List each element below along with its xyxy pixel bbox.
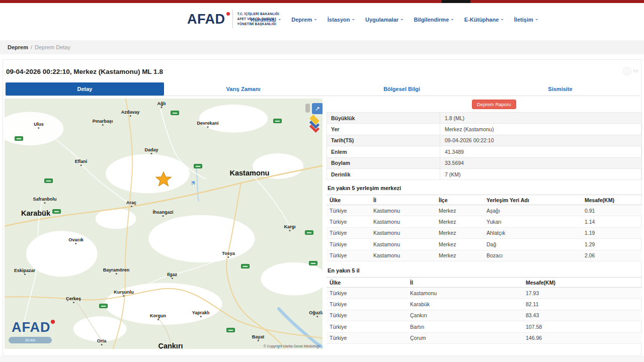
table-row: Türkiye Kastamonu Merkez Ahlatçık 1.19 [327, 228, 642, 239]
tab[interactable]: Detay [6, 82, 164, 96]
road-shield-icon [44, 178, 53, 183]
content-card: 09-04-2026 00:22:10, Merkez (Kastamonu) … [3, 59, 641, 356]
map-place-label: Kurşunlu [114, 290, 134, 297]
table-row: Türkiye Kastamonu Merkez Yukarı 1.14 [327, 216, 642, 227]
cell-il: Kastamonu [370, 230, 436, 236]
detail-label: Enlem [327, 146, 440, 157]
detail-value: 7 (KM) [440, 171, 641, 177]
road-shield-icon [309, 261, 317, 265]
table-row: Türkiye Kastamonu Merkez Bozacı 2.06 [327, 250, 642, 261]
table-row: Türkiye Kastamonu 17.93 [327, 288, 642, 299]
map-roads-layer [5, 99, 323, 349]
cell-yerlesim: Aşağı [484, 208, 582, 214]
tab[interactable]: Sismisite [481, 82, 639, 96]
road-shield-icon [241, 264, 250, 268]
cell-il: Çankırı [407, 312, 523, 318]
map-place-label: Çerkeş [66, 296, 81, 303]
nav-menu-item[interactable]: İstasyon ⌄ [328, 17, 355, 23]
map-place-label: Ağlı [157, 101, 166, 108]
map-layers-button[interactable] [307, 115, 323, 133]
earthquake-report-button[interactable]: Deprem Raporu [472, 100, 516, 109]
ts-toggle-circle-icon[interactable] [623, 67, 631, 75]
logo-red-dot-icon [226, 12, 230, 16]
nav-menu-item[interactable]: Bilgilendirme ⌄ [414, 17, 454, 23]
map-place-label: İhsangazi [152, 210, 173, 217]
nearest-settlements-table: ÜlkeİlİlçeYerleşim Yeri AdıMesafe(KM) Tü… [327, 195, 642, 261]
ts-toggle-label: TS [633, 69, 638, 73]
map-place-label: Eflani [75, 159, 88, 166]
nav-menu-item-label: E-Kütüphane [464, 17, 499, 23]
cell-il: Kastamonu [370, 208, 436, 214]
detail-value: Merkez (Kastamonu) [440, 126, 641, 132]
cell-ilce: Merkez [436, 241, 484, 247]
map-place-label: Kastamonu [230, 169, 270, 177]
map-scale-bar: 20 km [9, 337, 52, 343]
chevron-down-icon: ⌄ [400, 17, 404, 21]
page-title: 09-04-2026 00:22:10, Merkez (Kastamonu) … [6, 68, 163, 75]
table-row: Türkiye Çorum 146.96 [327, 333, 642, 344]
cell-ulke: Türkiye [327, 252, 370, 258]
column-header: Mesafe(KM) [582, 197, 642, 203]
map-place-label: Ulus [34, 122, 44, 129]
breadcrumb: Deprem / Deprem Detay [0, 40, 644, 54]
cell-ulke: Türkiye [327, 324, 407, 330]
cell-mesafe: 1.14 [582, 219, 642, 225]
tab[interactable]: Varış Zamanı [164, 82, 323, 96]
breadcrumb-current: Deprem Detay [35, 44, 70, 50]
expand-arrow-icon: ↗ [315, 105, 320, 112]
map-place-label: Yapraklı [192, 310, 210, 317]
map-place-label: Korgun [150, 313, 166, 320]
ts-toggle[interactable]: TS [623, 67, 638, 75]
map-place-label: Eskipazar [14, 268, 35, 275]
map-place-label: Devrekani [197, 121, 218, 128]
detail-value: 1.8 (ML) [440, 115, 641, 121]
cell-ulke: Türkiye [327, 208, 370, 214]
breadcrumb-deprem-link[interactable]: Deprem [8, 44, 28, 50]
afad-map-watermark: AFAD [12, 320, 51, 335]
nav-menu-item[interactable]: Deprem ⌄ [291, 17, 317, 23]
detail-value: 09-04-2026 00:22:10 [440, 137, 641, 143]
map-copyright: © Copyright Harita Genel Müdürlüğü [264, 344, 320, 348]
cell-il: Karabük [407, 301, 523, 307]
cell-yerlesim: Ahlatçık [484, 230, 582, 236]
cell-yerlesim: Bozacı [484, 252, 582, 258]
tab[interactable]: Bölgesel Bilgi [323, 82, 481, 96]
epicenter-star-icon[interactable] [155, 171, 172, 187]
nearest-provinces-heading: En yakın 5 il [328, 267, 360, 274]
detail-row: Tarih(TS) 09-04-2026 00:22:10 [327, 135, 641, 146]
detail-value: 41.3489 [440, 149, 641, 155]
cell-il: Çorum [407, 335, 523, 341]
cell-mesafe: 1.29 [582, 241, 642, 247]
nearest-provinces-table: ÜlkeİlMesafe(KM) Türkiye Kastamonu 17.93… [327, 277, 642, 344]
detail-label: Yer [327, 124, 440, 134]
detail-row: Boylam 33.5694 [327, 158, 641, 169]
map-place-label: Çankırı [158, 342, 183, 349]
earthquake-map[interactable]: KarabükKastamonuÇankırıUlusPınarbaşıAzda… [5, 99, 323, 349]
nav-menu-item-label: Deprem [291, 17, 312, 23]
cell-ulke: Türkiye [327, 290, 407, 296]
nav-menu-item[interactable]: İletişim ⌄ [514, 17, 538, 23]
map-fullscreen-button[interactable]: ↗ [312, 103, 323, 114]
earthquake-detail-table: Büyüklük 1.8 (ML) Yer Merkez (Kastamonu)… [327, 112, 642, 180]
nearest-provinces-rows: Türkiye Kastamonu 17.93 Türkiye Karabük … [327, 288, 642, 344]
afad-earthquake-detail-page: AFAD T.C. İÇİŞLERİ BAKANLIĞIAFET VE ACİL… [0, 0, 644, 362]
road-shield-icon [194, 164, 202, 168]
nav-menu-item[interactable]: E-Kütüphane ⌄ [464, 17, 504, 23]
cell-ilce: Merkez [436, 230, 484, 236]
nav-menu-item[interactable]: Kurumsal ⌄ [251, 17, 281, 23]
map-place-label: Bayramören [103, 267, 130, 275]
cell-mesafe: 82.11 [523, 301, 642, 307]
road-shield-icon [305, 230, 313, 235]
table-row: Türkiye Çankırı 83.43 [327, 310, 642, 321]
map-place-label: Orta [97, 338, 107, 345]
map-place-label: Araç [126, 200, 136, 207]
nearest-provinces-header-row: ÜlkeİlMesafe(KM) [327, 277, 642, 288]
cell-yerlesim: Dağ [484, 241, 582, 247]
nav-menu-item[interactable]: Uygulamalar ⌄ [365, 17, 404, 23]
attribution-handle-icon[interactable] [305, 104, 310, 113]
cell-ilce: Merkez [436, 219, 484, 225]
column-header: İlçe [436, 197, 484, 203]
detail-value: 33.5694 [440, 160, 641, 166]
cell-ilce: Merkez [436, 252, 484, 258]
cell-il: Kastamonu [407, 290, 523, 296]
